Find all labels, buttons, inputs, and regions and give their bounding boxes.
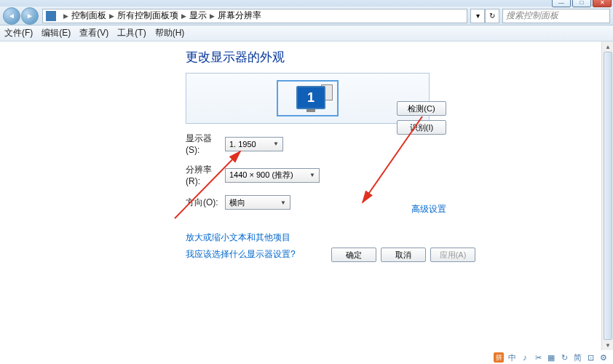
tray-gear-icon[interactable]: ⚙ (598, 352, 609, 363)
resolution-label: 分辨率(R): (186, 164, 225, 186)
breadcrumb-item[interactable]: 显示 (189, 9, 207, 22)
menu-bar: 文件(F) 编辑(E) 查看(V) 工具(T) 帮助(H) (0, 25, 613, 41)
scroll-down-button[interactable]: ▼ (602, 340, 613, 350)
window-titlebar: — □ ✕ (0, 0, 613, 7)
tray-panel-icon[interactable]: ⊡ (585, 352, 596, 363)
detect-identify-buttons: 检测(C) 识别(I) (397, 101, 446, 135)
tray-lang-icon[interactable]: 中 (507, 352, 517, 363)
advanced-settings-link[interactable]: 高级设置 (411, 203, 446, 215)
detect-button[interactable]: 检测(C) (397, 101, 446, 116)
resolution-value: 1440 × 900 (推荐) (229, 170, 293, 181)
minimize-button[interactable]: — (552, 0, 571, 7)
display-row: 显示器(S): 1. 1950 ▼ (186, 132, 613, 155)
tray-simplified-icon[interactable]: 简 (572, 352, 582, 363)
breadcrumb-item[interactable]: 控制面板 (71, 9, 106, 22)
maximize-button[interactable]: □ (572, 0, 591, 7)
display-dropdown[interactable]: 1. 1950 ▼ (225, 137, 283, 151)
vertical-scrollbar[interactable]: ▲ ▼ (601, 41, 613, 350)
monitor-selection[interactable]: 1 (277, 80, 339, 116)
breadcrumb-item[interactable]: 屏幕分辨率 (218, 9, 261, 22)
close-button[interactable]: ✕ (593, 0, 612, 7)
resolution-row: 分辨率(R): 1440 × 900 (推荐) ▼ (186, 164, 613, 186)
chevron-right-icon: ▶ (109, 12, 114, 20)
tray-keyboard-icon[interactable]: ▦ (546, 352, 556, 363)
display-label: 显示器(S): (186, 132, 225, 155)
menu-file[interactable]: 文件(F) (4, 27, 33, 39)
tray-ime-icon[interactable]: 拼 (494, 352, 504, 363)
tray-snip-icon[interactable]: ✂ (533, 352, 543, 363)
monitor-preview-area[interactable]: 1 (186, 73, 430, 124)
breadcrumb[interactable]: ▶ 控制面板 ▶ 所有控制面板项 ▶ 显示 ▶ 屏幕分辨率 (42, 9, 467, 23)
system-tray: 拼 中 ♪ ✂ ▦ ↻ 简 ⊡ ⚙ (494, 352, 609, 363)
control-panel-icon (46, 11, 56, 21)
chevron-down-icon: ▼ (273, 141, 279, 147)
chevron-down-icon: ▼ (280, 199, 286, 206)
display-value: 1. 1950 (229, 140, 256, 149)
address-bar: ◄ ► ▶ 控制面板 ▶ 所有控制面板项 ▶ 显示 ▶ 屏幕分辨率 ▾ ↻ 搜索… (0, 7, 613, 25)
menu-help[interactable]: 帮助(H) (155, 27, 185, 39)
apply-button[interactable]: 应用(A) (430, 248, 475, 262)
identify-button[interactable]: 识别(I) (397, 120, 446, 135)
nav-back-button[interactable]: ◄ (3, 7, 20, 25)
text-size-link[interactable]: 放大或缩小文本和其他项目 (186, 232, 613, 244)
tray-sound-icon[interactable]: ♪ (520, 352, 530, 363)
dialog-buttons: 确定 取消 应用(A) (331, 248, 475, 262)
chevron-right-icon: ▶ (63, 12, 68, 20)
chevron-right-icon: ▶ (210, 12, 215, 20)
monitor-1-icon[interactable]: 1 (296, 86, 325, 109)
content-area: 更改显示器的外观 1 检测(C) 识别(I) 显示器(S): 1. 1950 ▼… (0, 41, 613, 261)
scroll-up-button[interactable]: ▲ (602, 41, 613, 52)
orientation-label: 方向(O): (186, 197, 225, 209)
refresh-dropdown-button[interactable]: ▾ (470, 9, 485, 23)
orientation-value: 横向 (229, 197, 245, 208)
chevron-right-icon: ▶ (181, 12, 186, 20)
tray-refresh-icon[interactable]: ↻ (559, 352, 569, 363)
menu-tools[interactable]: 工具(T) (117, 27, 146, 39)
ok-button[interactable]: 确定 (331, 248, 376, 262)
search-input[interactable]: 搜索控制面板 (502, 9, 610, 23)
chevron-down-icon: ▼ (309, 172, 315, 178)
resolution-dropdown[interactable]: 1440 × 900 (推荐) ▼ (225, 168, 320, 183)
cancel-button[interactable]: 取消 (381, 248, 426, 262)
menu-view[interactable]: 查看(V) (79, 27, 108, 39)
orientation-row: 方向(O): 横向 ▼ (186, 195, 613, 210)
nav-forward-button[interactable]: ► (21, 7, 39, 25)
orientation-dropdown[interactable]: 横向 ▼ (225, 195, 290, 210)
scroll-thumb[interactable] (604, 52, 612, 340)
breadcrumb-item[interactable]: 所有控制面板项 (117, 9, 178, 22)
menu-edit[interactable]: 编辑(E) (41, 27, 71, 39)
refresh-button[interactable]: ↻ (485, 9, 499, 23)
page-title: 更改显示器的外观 (186, 49, 613, 66)
